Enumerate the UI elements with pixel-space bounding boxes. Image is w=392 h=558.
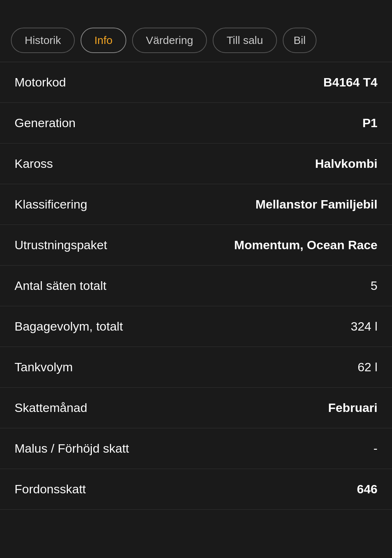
row-value: Mellanstor Familjebil (196, 197, 377, 211)
table-row: KarossHalvkombi (0, 143, 392, 184)
row-value: 324 l (196, 319, 377, 333)
table-row: MotorkodB4164 T4 (0, 62, 392, 103)
table-row: Malus / Förhöjd skatt- (0, 428, 392, 469)
row-value: Februari (196, 401, 377, 415)
row-label: Malus / Förhöjd skatt (15, 441, 196, 456)
row-value: B4164 T4 (196, 75, 377, 89)
table-row: Tankvolym62 l (0, 347, 392, 388)
row-label: Tankvolym (15, 360, 196, 374)
table-row: UtrustningspaketMomentum, Ocean Race (0, 225, 392, 266)
row-label: Klassificering (15, 197, 196, 211)
tab-till-salu[interactable]: Till salu (213, 28, 277, 53)
tabs-bar: HistorikInfoVärderingTill saluBil (0, 22, 392, 62)
row-label: Motorkod (15, 75, 196, 89)
table-row: Antal säten totalt5 (0, 266, 392, 306)
row-label: Skattemånad (15, 401, 196, 415)
table-row: GenerationP1 (0, 103, 392, 143)
row-label: Antal säten totalt (15, 279, 196, 293)
table-row: Bagagevolym, totalt324 l (0, 306, 392, 347)
row-value: 62 l (196, 360, 377, 374)
tab-bil[interactable]: Bil (283, 28, 317, 53)
row-value: - (196, 441, 377, 456)
tab-vardering[interactable]: Värdering (132, 28, 207, 53)
row-label: Generation (15, 116, 196, 130)
row-value: Momentum, Ocean Race (196, 238, 377, 252)
row-label: Kaross (15, 157, 196, 171)
row-value: Halvkombi (196, 157, 377, 171)
tab-info[interactable]: Info (81, 28, 126, 53)
table-row: SkattemånadFebruari (0, 388, 392, 428)
info-table: MotorkodB4164 T4GenerationP1KarossHalvko… (0, 62, 392, 510)
row-value: P1 (196, 116, 377, 130)
row-value: 646 (196, 482, 377, 496)
table-row: KlassificeringMellanstor Familjebil (0, 184, 392, 225)
table-row: Fordonsskatt646 (0, 469, 392, 510)
row-label: Utrustningspaket (15, 238, 196, 252)
row-value: 5 (196, 279, 377, 293)
row-label: Fordonsskatt (15, 482, 196, 496)
row-label: Bagagevolym, totalt (15, 319, 196, 333)
tab-historik[interactable]: Historik (11, 28, 75, 53)
